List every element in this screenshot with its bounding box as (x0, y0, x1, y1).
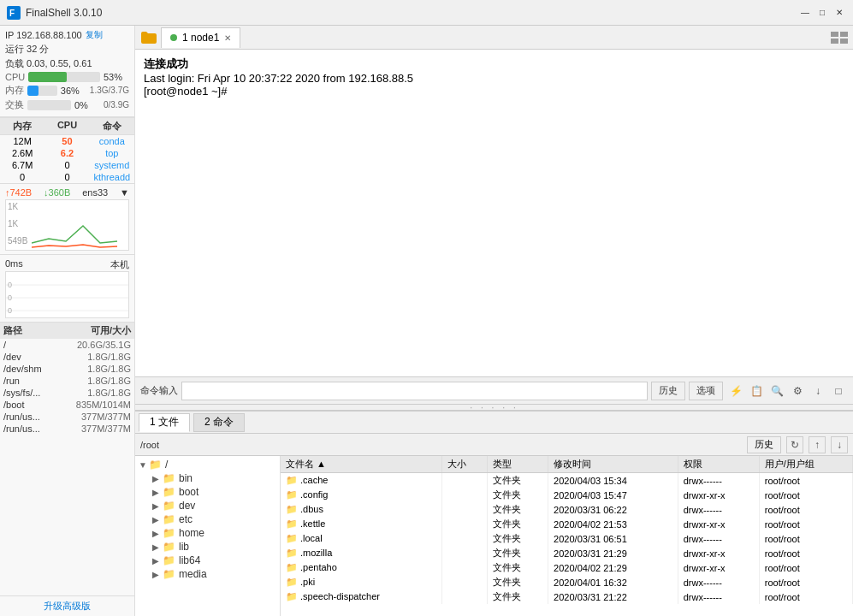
download-file-icon[interactable]: ↓ (831, 436, 848, 453)
close-button[interactable]: ✕ (832, 6, 846, 20)
layout-grid-icon[interactable] (831, 32, 848, 44)
options-button[interactable]: 选项 (689, 382, 723, 400)
file-perm: drwx------ (678, 473, 759, 489)
col-mtime[interactable]: 修改时间 (548, 456, 678, 473)
file-mtime: 2020/03/31 06:51 (548, 531, 678, 546)
refresh-icon[interactable]: ↻ (786, 436, 803, 453)
table-row[interactable]: 📁.cache 文件夹 2020/04/03 15:34 drwx------ … (281, 473, 853, 489)
tree-item-etc[interactable]: ▶ 📁 etc (135, 512, 280, 526)
lightning-icon[interactable]: ⚡ (726, 382, 745, 400)
path-row[interactable]: /dev 1.8G/1.8G (0, 351, 134, 363)
command-input[interactable] (181, 382, 648, 400)
tree-item-label: boot (179, 486, 198, 498)
path-name: /dev/shm (3, 364, 62, 374)
file-tab-commands[interactable]: 2 命令 (193, 413, 245, 432)
expand-icon[interactable]: □ (829, 382, 848, 400)
mem-value: 36% (61, 86, 86, 96)
right-panel: 1 node1 ✕ 连接成功 Last login: Fri Apr 10 20… (135, 26, 853, 616)
tree-item-home[interactable]: ▶ 📁 home (135, 526, 280, 540)
tree-item-bin[interactable]: ▶ 📁 bin (135, 471, 280, 485)
search-icon[interactable]: 🔍 (767, 382, 786, 400)
table-row[interactable]: 📁.pki 文件夹 2020/04/01 16:32 drwx------ ro… (281, 575, 853, 589)
history-button[interactable]: 历史 (651, 382, 685, 400)
swap-label: 交换 (5, 98, 24, 111)
tree-item-lib64[interactable]: ▶ 📁 lib64 (135, 554, 280, 567)
path-row[interactable]: /run/us... 377M/377M (0, 411, 134, 423)
network-down: ↓360B (44, 187, 70, 198)
file-name: 📁.local (281, 531, 441, 546)
col-size[interactable]: 大小 (441, 456, 488, 473)
clipboard-icon[interactable]: 📋 (747, 382, 766, 400)
proc-cmd[interactable]: kthreadd (90, 172, 134, 182)
upgrade-button[interactable]: 升级高级版 (0, 595, 134, 616)
tree-item-media[interactable]: ▶ 📁 media (135, 567, 280, 581)
file-name: 📁.config (281, 488, 441, 502)
tree-item-root[interactable]: ▼ 📁 / (135, 458, 280, 471)
tree-item-label: lib (179, 541, 189, 553)
file-history-button[interactable]: 历史 (747, 436, 781, 453)
col-filename[interactable]: 文件名 ▲ (281, 456, 441, 473)
file-tab-files[interactable]: 1 文件 (139, 413, 190, 432)
terminal-tab[interactable]: 1 node1 ✕ (161, 27, 240, 48)
tab-status-dot (170, 34, 177, 41)
load-avg: 负载 0.03, 0.55, 0.61 (5, 57, 92, 70)
file-tree: ▼ 📁 / ▶ 📁 bin ▶ 📁 boot (135, 456, 281, 616)
path-section: 路径 可用/大小 / 20.6G/35.1G /dev 1.8G/1.8G /d… (0, 322, 134, 595)
file-name: 📁.dbus (281, 502, 441, 517)
file-mtime: 2020/04/01 16:32 (548, 575, 678, 589)
maximize-button[interactable]: □ (815, 6, 829, 20)
download-icon[interactable]: ↓ (809, 382, 827, 400)
cmd-icon-group: ⚡ 📋 🔍 ⚙ ↓ □ (726, 382, 848, 400)
path-row[interactable]: /sys/fs/... 1.8G/1.8G (0, 387, 134, 399)
col-perm[interactable]: 权限 (678, 456, 759, 473)
col-cpu: CPU (44, 120, 89, 133)
table-row[interactable]: 📁.config 文件夹 2020/04/03 15:47 drwxr-xr-x… (281, 488, 853, 502)
process-table-header: 内存 CPU 命令 (0, 117, 134, 135)
file-mtime: 2020/03/31 21:29 (548, 546, 678, 560)
file-perm: drwx------ (678, 575, 759, 589)
file-name: 📁.cache (281, 473, 441, 489)
path-row[interactable]: /boot 835M/1014M (0, 399, 134, 411)
path-row[interactable]: /run/us... 377M/377M (0, 423, 134, 435)
network-up: ↑742B (5, 187, 32, 198)
proc-cmd[interactable]: top (90, 148, 134, 158)
chart-label-1k-mid: 1K (8, 219, 18, 228)
tree-item-label: bin (179, 472, 193, 484)
proc-cpu: 6.2 (44, 148, 89, 158)
table-row[interactable]: 📁.dbus 文件夹 2020/03/31 06:22 drwx------ r… (281, 502, 853, 517)
folder-icon: 📁 (286, 475, 298, 485)
proc-cmd[interactable]: conda (90, 136, 134, 146)
table-row[interactable]: 📁.mozilla 文件夹 2020/03/31 21:29 drwxr-xr-… (281, 546, 853, 560)
terminal-area[interactable]: 连接成功 Last login: Fri Apr 10 20:37:22 202… (135, 50, 853, 376)
resize-handle[interactable]: · · · · · (135, 404, 853, 411)
tree-item-dev[interactable]: ▶ 📁 dev (135, 499, 280, 512)
path-row[interactable]: /dev/shm 1.8G/1.8G (0, 363, 134, 375)
tree-folder-icon: 📁 (163, 554, 175, 566)
path-row[interactable]: /run 1.8G/1.8G (0, 375, 134, 387)
network-dropdown-icon[interactable]: ▼ (120, 187, 129, 198)
connection-info: IP 192.168.88.100 复制 运行 32 分 负载 0.03, 0.… (0, 26, 134, 117)
ip-address: IP 192.168.88.100 (5, 30, 82, 40)
copy-ip-button[interactable]: 复制 (86, 29, 103, 41)
table-row[interactable]: 📁.kettle 文件夹 2020/04/02 21:53 drwxr-xr-x… (281, 517, 853, 531)
path-row[interactable]: / 20.6G/35.1G (0, 339, 134, 351)
col-owner[interactable]: 用户/用户组 (759, 456, 852, 473)
folder-icon[interactable] (139, 27, 159, 48)
settings-icon[interactable]: ⚙ (788, 382, 807, 400)
folder-icon: 📁 (286, 562, 298, 572)
tree-item-boot[interactable]: ▶ 📁 boot (135, 485, 280, 499)
file-tab-bar: 1 文件 2 命令 (135, 412, 853, 434)
upload-icon[interactable]: ↑ (809, 436, 826, 453)
col-type[interactable]: 类型 (488, 456, 548, 473)
minimize-button[interactable]: — (798, 6, 812, 20)
tree-item-lib[interactable]: ▶ 📁 lib (135, 540, 280, 554)
table-row[interactable]: 📁.local 文件夹 2020/03/31 06:51 drwx------ … (281, 531, 853, 546)
proc-cmd[interactable]: systemd (90, 160, 134, 170)
process-row: 6.7M 0 systemd (0, 159, 134, 171)
tree-arrow: ▶ (152, 488, 163, 497)
tab-close-icon[interactable]: ✕ (224, 33, 231, 43)
file-size (441, 575, 488, 589)
ping-value: 0ms (5, 258, 23, 271)
table-row[interactable]: 📁.speech-dispatcher 文件夹 2020/03/31 21:22… (281, 589, 853, 604)
table-row[interactable]: 📁.pentaho 文件夹 2020/04/02 21:29 drwxr-xr-… (281, 560, 853, 575)
